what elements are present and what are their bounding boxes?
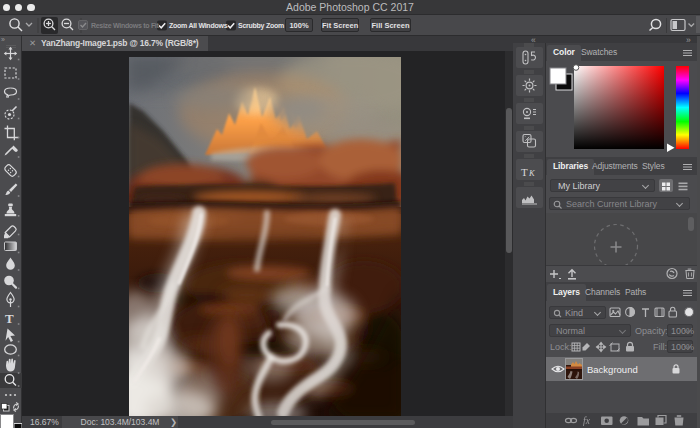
svg-text:fx: fx <box>583 416 591 426</box>
svg-text:»: » <box>1 36 5 43</box>
svg-text:T: T <box>521 166 528 178</box>
svg-text:T: T <box>5 311 14 326</box>
